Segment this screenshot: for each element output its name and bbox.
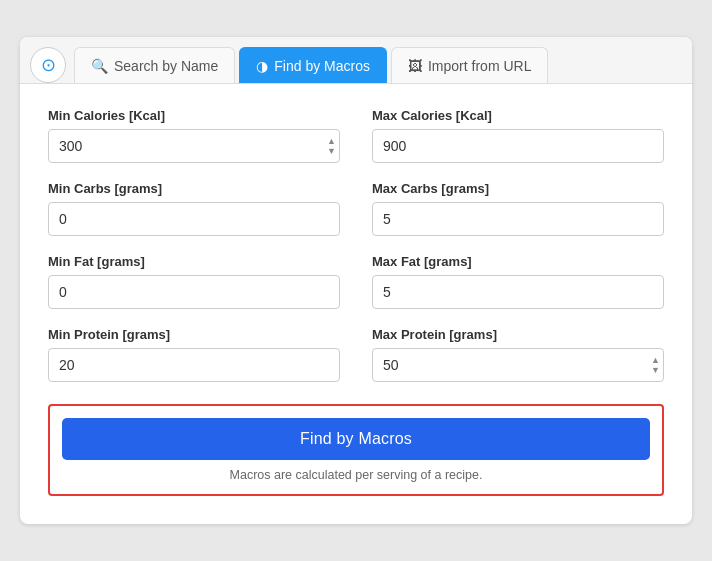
spinner-min-calories-arrows: ▲ ▼: [327, 137, 336, 156]
input-spinner-min-calories: ▲ ▼: [48, 129, 340, 163]
find-by-macros-button[interactable]: Find by Macros: [62, 418, 650, 460]
field-min-fat: Min Fat [grams]: [48, 254, 340, 309]
macros-icon: ◑: [256, 58, 268, 74]
tab-import-from-url[interactable]: 🖼 Import from URL: [391, 47, 548, 83]
input-max-fat[interactable]: [372, 275, 664, 309]
tab-bar: ⊙ 🔍 Search by Name ◑ Find by Macros 🖼 Im…: [20, 37, 692, 84]
back-button[interactable]: ⊙: [30, 47, 66, 83]
field-min-protein: Min Protein [grams]: [48, 327, 340, 382]
field-max-protein: Max Protein [grams] ▲ ▼: [372, 327, 664, 382]
form-area: Min Calories [Kcal] ▲ ▼ Max Calories [Kc…: [20, 84, 692, 524]
spinner-down-max-protein[interactable]: ▼: [651, 366, 660, 375]
form-grid: Min Calories [Kcal] ▲ ▼ Max Calories [Kc…: [48, 108, 664, 400]
label-max-protein: Max Protein [grams]: [372, 327, 664, 342]
spinner-max-protein-arrows: ▲ ▼: [651, 356, 660, 375]
tab-find-by-macros-label: Find by Macros: [274, 58, 370, 74]
tab-search-by-name-label: Search by Name: [114, 58, 218, 74]
field-max-fat: Max Fat [grams]: [372, 254, 664, 309]
input-min-carbs[interactable]: [48, 202, 340, 236]
input-min-fat[interactable]: [48, 275, 340, 309]
label-min-carbs: Min Carbs [grams]: [48, 181, 340, 196]
field-min-calories: Min Calories [Kcal] ▲ ▼: [48, 108, 340, 163]
field-max-carbs: Max Carbs [grams]: [372, 181, 664, 236]
spinner-up-min-calories[interactable]: ▲: [327, 137, 336, 146]
input-spinner-max-protein: ▲ ▼: [372, 348, 664, 382]
field-max-calories: Max Calories [Kcal]: [372, 108, 664, 163]
tab-import-from-url-label: Import from URL: [428, 58, 531, 74]
label-max-fat: Max Fat [grams]: [372, 254, 664, 269]
input-min-calories[interactable]: [48, 129, 340, 163]
label-max-carbs: Max Carbs [grams]: [372, 181, 664, 196]
spinner-up-max-protein[interactable]: ▲: [651, 356, 660, 365]
input-max-carbs[interactable]: [372, 202, 664, 236]
spinner-down-min-calories[interactable]: ▼: [327, 147, 336, 156]
main-card: ⊙ 🔍 Search by Name ◑ Find by Macros 🖼 Im…: [20, 37, 692, 524]
tab-find-by-macros[interactable]: ◑ Find by Macros: [239, 47, 387, 83]
tab-search-by-name[interactable]: 🔍 Search by Name: [74, 47, 235, 83]
label-min-calories: Min Calories [Kcal]: [48, 108, 340, 123]
field-min-carbs: Min Carbs [grams]: [48, 181, 340, 236]
action-area: Find by Macros Macros are calculated per…: [48, 404, 664, 496]
input-max-calories[interactable]: [372, 129, 664, 163]
label-min-protein: Min Protein [grams]: [48, 327, 340, 342]
input-max-protein[interactable]: [372, 348, 664, 382]
input-min-protein[interactable]: [48, 348, 340, 382]
search-icon: 🔍: [91, 58, 108, 74]
label-max-calories: Max Calories [Kcal]: [372, 108, 664, 123]
import-icon: 🖼: [408, 58, 422, 74]
hint-text: Macros are calculated per serving of a r…: [62, 468, 650, 482]
label-min-fat: Min Fat [grams]: [48, 254, 340, 269]
